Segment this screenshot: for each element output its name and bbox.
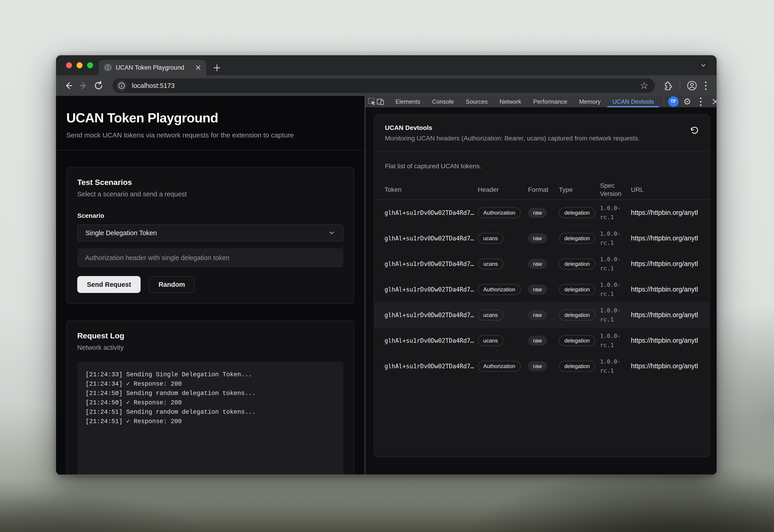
- request-url-value: https://httpbin.org/anytl: [631, 286, 699, 293]
- type-badge: delegation: [559, 233, 595, 244]
- type-cell: delegation: [559, 284, 600, 295]
- header-badge: Authorization: [478, 361, 521, 372]
- devtools-tab-console[interactable]: Console: [426, 96, 460, 107]
- header-badge: ucans: [478, 335, 503, 346]
- token-table-row[interactable]: glhAl+su1rDv0Dw02TDa4Rd7…ucansrawdelegat…: [374, 226, 709, 251]
- devtools-tab-network[interactable]: Network: [493, 96, 527, 107]
- column-header-header: Header: [478, 186, 528, 194]
- forward-arrow-icon: [79, 81, 88, 90]
- header-cell: ucans: [478, 258, 528, 269]
- scenario-description-box: Authorization header with single delegat…: [77, 248, 343, 267]
- header-cell: ucans: [478, 233, 528, 244]
- inspect-element-button[interactable]: [368, 96, 376, 107]
- minimize-window-button[interactable]: [77, 62, 82, 68]
- token-table-row[interactable]: glhAl+su1rDv0Dw02TDa4Rd7…Authorizationra…: [374, 200, 709, 226]
- tab-strip: UCAN Token Playground: [56, 55, 717, 75]
- devtools-tab-bar: ElementsConsoleSourcesNetworkPerformance…: [365, 96, 717, 107]
- type-badge: delegation: [559, 284, 595, 295]
- column-header-type: Type: [559, 186, 600, 194]
- token-table: TokenHeaderFormatTypeSpec VersionURL glh…: [374, 180, 709, 379]
- spec-version-value: 1.0.0-rc.1: [600, 255, 628, 273]
- browser-tab[interactable]: UCAN Token Playground: [99, 60, 206, 75]
- type-cell: delegation: [559, 233, 600, 244]
- device-toolbar-button[interactable]: [376, 96, 385, 107]
- header-cell: Authorization: [478, 284, 528, 295]
- scenario-select[interactable]: Single Delegation Token: [77, 224, 343, 241]
- toolbar-separator: [680, 81, 680, 91]
- request-url-value: https://httpbin.org/anytl: [631, 337, 699, 344]
- tab-title: UCAN Token Playground: [116, 64, 191, 71]
- site-info-button[interactable]: [116, 80, 127, 91]
- close-window-button[interactable]: [66, 62, 72, 68]
- new-tab-button[interactable]: [213, 63, 221, 72]
- format-cell: raw: [528, 233, 559, 243]
- page-header: UCAN Token Playground Send mock UCAN tok…: [56, 96, 365, 150]
- devtools-tab-elements[interactable]: Elements: [390, 96, 426, 107]
- token-table-row[interactable]: glhAl+su1rDv0Dw02TDa4Rd7…ucansrawdelegat…: [374, 251, 709, 277]
- header-badge: Authorization: [478, 207, 521, 218]
- devtools-tab-ucan-devtools[interactable]: UCAN Devtools: [607, 96, 660, 107]
- test-scenarios-card: Test Scenarios Select a scenario and sen…: [66, 167, 354, 304]
- request-log-output: [21:24:33] Sending Single Delegation Tok…: [77, 362, 343, 475]
- devtools-tab-sources[interactable]: Sources: [460, 96, 493, 107]
- address-bar[interactable]: localhost:5173 ☆: [113, 78, 655, 93]
- token-list-caption: Flat list of captured UCAN tokens.: [374, 152, 709, 170]
- token-value: glhAl+su1rDv0Dw02TDa4Rd7…: [384, 286, 478, 293]
- token-table-row[interactable]: glhAl+su1rDv0Dw02TDa4Rd7…ucansrawdelegat…: [374, 328, 709, 353]
- inspect-cursor-icon: [368, 97, 376, 106]
- send-request-button[interactable]: Send Request: [77, 276, 140, 293]
- format-badge: raw: [528, 208, 547, 218]
- request-url-value: https://httpbin.org/anytl: [631, 234, 699, 242]
- reload-button[interactable]: [92, 79, 105, 92]
- ai-assistance-button[interactable]: [668, 96, 679, 107]
- tab-search-button[interactable]: [698, 60, 708, 70]
- tab-close-icon[interactable]: [195, 65, 201, 71]
- type-cell: delegation: [559, 361, 600, 372]
- devtools-content: UCAN Devtools Monitoring UCAN headers (A…: [365, 107, 717, 475]
- token-table-header: TokenHeaderFormatTypeSpec VersionURL: [374, 180, 709, 200]
- browser-window: UCAN Token Playground: [56, 55, 717, 475]
- ucan-devtools-card: UCAN Devtools Monitoring UCAN headers (A…: [374, 114, 710, 457]
- profile-avatar-icon: [687, 80, 697, 91]
- devtools-settings-gear-icon[interactable]: ⚙: [683, 97, 691, 106]
- scenario-description: Authorization header with single delegat…: [85, 254, 230, 262]
- header-badge: ucans: [478, 233, 503, 244]
- devtools-tab-memory[interactable]: Memory: [573, 96, 607, 107]
- token-table-row[interactable]: glhAl+su1rDv0Dw02TDa4Rd7…Authorizationra…: [374, 277, 709, 302]
- back-arrow-icon: [63, 81, 73, 90]
- request-url-value: https://httpbin.org/anytl: [631, 209, 699, 216]
- random-button[interactable]: Random: [149, 276, 195, 293]
- scenarios-card-title: Test Scenarios: [77, 178, 343, 187]
- devtools-menu-button[interactable]: [696, 97, 706, 106]
- forward-button[interactable]: [77, 79, 90, 92]
- format-cell: raw: [528, 361, 559, 371]
- token-value: glhAl+su1rDv0Dw02TDa4Rd7…: [384, 363, 478, 370]
- ucan-panel-header: UCAN Devtools Monitoring UCAN headers (A…: [374, 115, 709, 152]
- devtools-close-icon[interactable]: [711, 97, 717, 106]
- log-line: [21:24:33] Sending Single Delegation Tok…: [85, 370, 335, 379]
- devtools-tab-performance[interactable]: Performance: [527, 96, 573, 107]
- format-cell: raw: [528, 259, 559, 269]
- column-header-url: URL: [631, 186, 699, 194]
- browser-menu-button[interactable]: [701, 82, 711, 90]
- type-badge: delegation: [559, 335, 595, 346]
- format-cell: raw: [528, 336, 559, 346]
- token-table-row[interactable]: glhAl+su1rDv0Dw02TDa4Rd7…Authorizationra…: [374, 353, 709, 379]
- token-table-body: glhAl+su1rDv0Dw02TDa4Rd7…Authorizationra…: [374, 200, 709, 379]
- url-text: localhost:5173: [132, 82, 640, 90]
- chevron-down-icon: [700, 62, 706, 68]
- log-line: [21:24:51] ✓ Response: 200: [85, 417, 335, 426]
- back-button[interactable]: [62, 79, 75, 92]
- page-subtitle: Send mock UCAN tokens via network reques…: [66, 131, 354, 139]
- format-badge: raw: [528, 361, 547, 371]
- profile-button[interactable]: [686, 79, 698, 92]
- request-url-value: https://httpbin.org/anytl: [631, 311, 699, 319]
- token-table-row[interactable]: glhAl+su1rDv0Dw02TDa4Rd7…ucansrawdelegat…: [374, 302, 709, 328]
- spec-version-value: 1.0.0-rc.1: [600, 306, 628, 324]
- spec-version-value: 1.0.0-rc.1: [600, 357, 628, 375]
- token-value: glhAl+su1rDv0Dw02TDa4Rd7…: [384, 312, 478, 319]
- extensions-button[interactable]: [661, 79, 674, 92]
- zoom-window-button[interactable]: [87, 62, 93, 68]
- refresh-icon[interactable]: [690, 126, 699, 135]
- bookmark-star-icon[interactable]: ☆: [640, 81, 649, 90]
